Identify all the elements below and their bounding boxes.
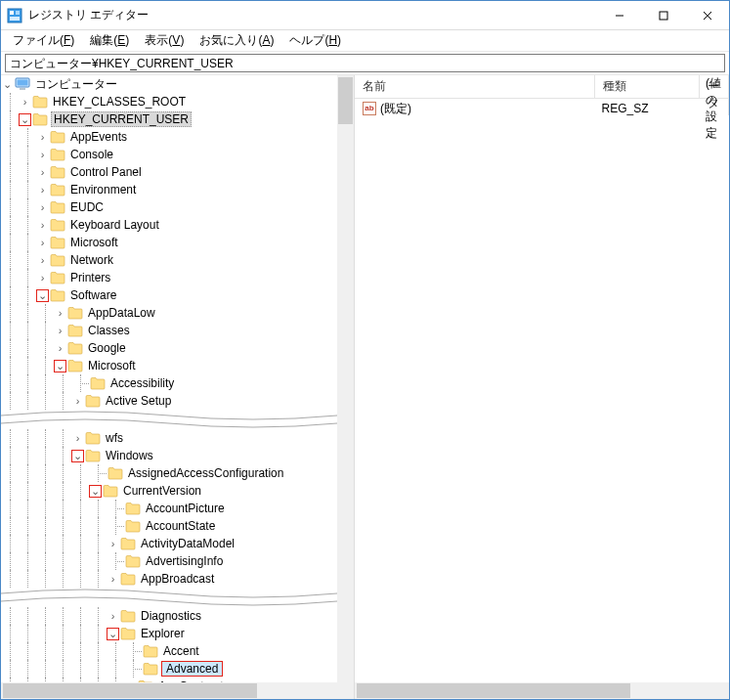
- list-body: ab (既定) REG_SZ (値の設定: [355, 99, 729, 682]
- list-cell-data: (値の設定: [698, 75, 729, 142]
- tree-node[interactable]: ActivityDataModel: [1, 535, 337, 552]
- expander-closed-icon[interactable]: [36, 201, 49, 214]
- tree-node-label: HKEY_CLASSES_ROOT: [51, 95, 188, 109]
- menu-help[interactable]: ヘルプ(H): [281, 30, 349, 51]
- tree-node-label: AssignedAccessConfiguration: [126, 466, 285, 480]
- scroll-thumb[interactable]: [357, 683, 630, 698]
- list-row[interactable]: ab (既定) REG_SZ (値の設定: [355, 99, 729, 118]
- tree-node[interactable]: AppDataLow: [1, 304, 337, 322]
- svg-rect-1: [10, 11, 14, 15]
- expander-open-icon[interactable]: [19, 113, 31, 126]
- tree-node[interactable]: Environment: [1, 181, 337, 198]
- tree-node-label: EUDC: [68, 200, 106, 214]
- folder-icon: [143, 644, 158, 658]
- menu-edit[interactable]: 編集(E): [82, 30, 137, 51]
- expander-closed-icon[interactable]: [36, 149, 49, 161]
- tree-node[interactable]: Keyboard Layout: [1, 216, 337, 234]
- tree-node[interactable]: wfs: [1, 429, 337, 447]
- expander-closed-icon[interactable]: [36, 166, 49, 179]
- tree-node[interactable]: Control Panel: [1, 163, 337, 181]
- menu-view[interactable]: 表示(V): [137, 30, 192, 51]
- folder-icon: [50, 218, 65, 232]
- expander-closed-icon[interactable]: [19, 96, 31, 109]
- tree-node-label: CurrentVersion: [121, 484, 203, 498]
- expander-closed-icon[interactable]: [36, 272, 49, 284]
- expander-open-icon[interactable]: [107, 628, 119, 640]
- folder-icon: [67, 341, 83, 355]
- expander-closed-icon[interactable]: [36, 237, 49, 249]
- expander-open-icon[interactable]: [89, 485, 102, 498]
- scroll-thumb[interactable]: [338, 77, 353, 124]
- col-header-name[interactable]: 名前: [355, 75, 595, 99]
- tree-node[interactable]: Accent: [1, 642, 337, 660]
- tree-node-label: Environment: [68, 183, 138, 197]
- tree-node[interactable]: Console: [1, 146, 337, 163]
- app-title: レジストリ エディター: [28, 7, 597, 23]
- tree-node[interactable]: CurrentVersion: [1, 482, 337, 500]
- tree-node[interactable]: Windows: [1, 447, 337, 464]
- tree-pane: コンピューターHKEY_CLASSES_ROOTHKEY_CURRENT_USE…: [1, 75, 355, 699]
- tree-scrollbar-vertical[interactable]: [337, 75, 354, 682]
- tree-node-label: AccountPicture: [144, 502, 227, 515]
- folder-icon: [85, 394, 101, 408]
- maximize-button[interactable]: [641, 1, 685, 29]
- expander-open-icon[interactable]: [1, 78, 14, 91]
- folder-icon: [120, 537, 136, 550]
- tree-node[interactable]: Printers: [1, 269, 337, 286]
- tree-node[interactable]: AssignedAccessConfiguration: [1, 464, 337, 482]
- tree-node[interactable]: Microsoft: [1, 234, 337, 251]
- expander-closed-icon[interactable]: [36, 184, 49, 197]
- tree-node-label: AccountState: [144, 519, 217, 533]
- tree-view[interactable]: コンピューターHKEY_CLASSES_ROOTHKEY_CURRENT_USE…: [1, 75, 337, 682]
- tree-node[interactable]: HKEY_CURRENT_USER: [1, 110, 337, 128]
- list-scrollbar-horizontal[interactable]: [355, 682, 729, 699]
- tree-node[interactable]: Advanced: [1, 660, 337, 678]
- folder-icon: [50, 130, 65, 144]
- address-input[interactable]: コンピューター¥HKEY_CURRENT_USER: [5, 54, 725, 72]
- close-button[interactable]: [685, 1, 729, 29]
- tree-node[interactable]: Active Setup: [1, 392, 337, 410]
- tree-node[interactable]: Diagnostics: [1, 607, 337, 625]
- tree-node[interactable]: Explorer: [1, 625, 337, 642]
- expander-closed-icon[interactable]: [36, 219, 49, 232]
- svg-rect-2: [16, 11, 20, 15]
- tree-node[interactable]: AccountState: [1, 517, 337, 535]
- expander-closed-icon[interactable]: [107, 610, 119, 623]
- tree-node[interactable]: HKEY_CLASSES_ROOT: [1, 93, 337, 110]
- tree-node-label: AppEvents: [68, 130, 129, 144]
- expander-closed-icon[interactable]: [71, 395, 84, 408]
- menu-favorites[interactable]: お気に入り(A): [192, 30, 281, 51]
- expander-closed-icon[interactable]: [36, 254, 49, 267]
- computer-icon: [15, 77, 30, 91]
- svg-rect-9: [18, 80, 28, 86]
- tree-node[interactable]: Google: [1, 339, 337, 357]
- tree-node[interactable]: Accessibility: [1, 374, 337, 392]
- tree-node-label: Explorer: [139, 627, 187, 640]
- tree-node[interactable]: Network: [1, 251, 337, 269]
- tree-node[interactable]: AdvertisingInfo: [1, 552, 337, 570]
- expander-closed-icon[interactable]: [107, 538, 119, 550]
- expander-closed-icon[interactable]: [54, 325, 66, 337]
- expander-closed-icon[interactable]: [71, 432, 84, 445]
- tree-node[interactable]: AppEvents: [1, 128, 337, 146]
- tree-node[interactable]: AccountPicture: [1, 500, 337, 517]
- tree-node[interactable]: EUDC: [1, 198, 337, 216]
- tree-scrollbar-horizontal[interactable]: [1, 682, 337, 699]
- expander-closed-icon[interactable]: [54, 342, 66, 355]
- tree-node[interactable]: Classes: [1, 322, 337, 339]
- expander-closed-icon[interactable]: [54, 307, 66, 320]
- tree-node[interactable]: Microsoft: [1, 357, 337, 374]
- tree-node[interactable]: コンピューター: [1, 75, 337, 93]
- expander-closed-icon[interactable]: [36, 131, 49, 144]
- minimize-button[interactable]: [597, 1, 641, 29]
- col-header-type[interactable]: 種類: [595, 75, 700, 99]
- expander-open-icon[interactable]: [71, 450, 84, 462]
- expander-open-icon[interactable]: [54, 360, 66, 372]
- tree-node[interactable]: Software: [1, 286, 337, 304]
- tree-node[interactable]: AppBroadcast: [1, 570, 337, 588]
- scroll-thumb[interactable]: [3, 683, 257, 698]
- tree-node-label: Advanced: [161, 661, 223, 677]
- menu-file[interactable]: ファイル(F): [5, 30, 82, 51]
- expander-open-icon[interactable]: [36, 289, 49, 302]
- expander-closed-icon[interactable]: [107, 573, 119, 586]
